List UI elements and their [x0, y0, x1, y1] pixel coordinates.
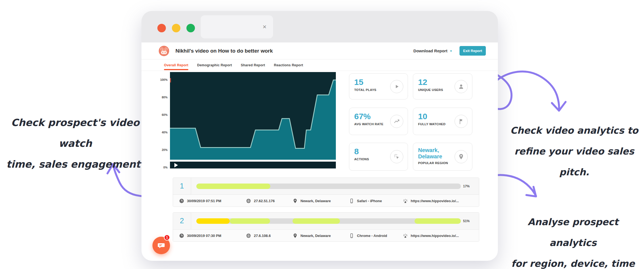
unique-users-value: 12: [418, 78, 454, 87]
actions-value: 8: [354, 147, 390, 156]
viewer-2-details: 30/09/2019 07:30 PM 27.6.108.6 Newark, D…: [173, 230, 479, 242]
viewer-1-watch-bar: [196, 184, 461, 189]
video-report-title: Nikhil's video on How to do better work: [175, 48, 273, 54]
tab-overall-report[interactable]: Overall Report: [164, 63, 188, 67]
viewer-2-watch-percent: 51%: [463, 213, 470, 230]
viewer-2-index: 2: [173, 213, 191, 229]
actions-label: ACTIONS: [354, 157, 390, 161]
viewer-1-ip-text: 27.62.51.176: [254, 199, 275, 203]
tab-demographic-report[interactable]: Demographic Report: [197, 63, 232, 67]
smartphone-icon: [349, 198, 354, 204]
chat-unread-badge: 1: [164, 234, 170, 241]
viewer-2-device: Chrome - Android: [349, 230, 387, 242]
location-pin-icon: [293, 233, 298, 238]
watch-bar-segment: [415, 218, 461, 224]
traffic-lights: [157, 24, 195, 32]
viewer-1-index: 1: [173, 178, 191, 194]
viewer-1-bar-section: 1 17%: [173, 178, 479, 195]
chat-bubble-icon: [157, 241, 165, 250]
globe-icon: [246, 233, 251, 238]
tab-shared-report[interactable]: Shared Report: [241, 63, 265, 67]
minimize-window-button[interactable]: [172, 24, 180, 32]
chart-y-tick: 20%: [162, 148, 168, 151]
annotation-left: Check prospect's video watch time, sales…: [1, 112, 150, 175]
watch-bar-segment: [230, 218, 270, 224]
viewer-2-ip: 27.6.108.6: [246, 230, 271, 242]
exit-report-button[interactable]: Exit Report: [459, 46, 486, 56]
chart-y-tick: 80%: [162, 96, 168, 99]
viewer-2-location-text: Newark, Delaware: [300, 234, 331, 238]
annotation-top-right-line2: refine your video sales pitch.: [505, 141, 643, 182]
report-nav-tabs: Overall Report Demographic Report Shared…: [141, 59, 498, 71]
viewer-row-1[interactable]: 1 17% 30/09/2019 07:51 PM 27.62.51.176 N…: [173, 178, 479, 207]
fully-watched-label: FULLY WATCHED: [418, 122, 454, 126]
stat-card-avg-watch-rate: 67% AVG WATCH RATE: [349, 108, 408, 135]
viewer-1-device: Safari - iPhone: [349, 195, 382, 207]
viewer-1-source: https://www.hippovideo.io/...: [403, 195, 459, 207]
viewer-1-time: 30/09/2019 07:51 PM: [179, 195, 221, 207]
viewer-2-source-url[interactable]: https://www.hippovideo.io/...: [411, 234, 459, 238]
watch-bar-segment: [196, 218, 230, 224]
tab-reactions-report[interactable]: Reactions Report: [274, 63, 303, 67]
video-progress-line: [170, 160, 336, 162]
chart-y-tick: 0%: [163, 166, 168, 169]
total-plays-label: TOTAL PLAYS: [354, 88, 390, 92]
report-header: Nikhil's video on How to do better work …: [141, 42, 498, 59]
viewer-1-location: Newark, Delaware: [293, 195, 331, 207]
annotation-left-line1: Check prospect's video watch: [1, 112, 150, 154]
chevron-down-icon[interactable]: ▾: [450, 49, 452, 53]
flag-icon: [455, 115, 468, 128]
annotation-left-line2: time, sales engagement.: [1, 154, 150, 175]
viewer-1-details: 30/09/2019 07:51 PM 27.62.51.176 Newark,…: [173, 195, 479, 207]
zoom-window-button[interactable]: [186, 24, 195, 32]
close-window-button[interactable]: [157, 24, 166, 32]
chart-y-axis: 100%80%60%40%20%0%: [149, 72, 168, 168]
stat-card-actions: 8 ACTIONS: [349, 143, 408, 171]
browser-tab[interactable]: ×: [201, 15, 273, 38]
popular-region-value: Newark, Delaware: [418, 147, 454, 160]
annotation-bottom-right-line1: Analyse prospect analytics: [503, 211, 643, 253]
stat-card-fully-watched: 10 FULLY WATCHED: [413, 108, 472, 135]
viewer-2-watch-bar: [196, 218, 461, 224]
browser-window: × Nikhil's video on How to do better wor…: [141, 11, 498, 261]
total-plays-value: 15: [354, 78, 390, 87]
chart-y-tick: 100%: [160, 78, 168, 81]
viewer-1-location-text: Newark, Delaware: [300, 199, 331, 203]
annotation-bottom-right-line2: for region, device, time etc.: [503, 253, 643, 269]
clock-icon: [179, 198, 184, 204]
stat-card-popular-region: Newark, Delaware POPULAR REGION: [413, 143, 472, 171]
viewer-row-2[interactable]: 2 51% 30/09/2019 07:30 PM 27.6.108.6 New…: [173, 212, 479, 242]
loop-arrow-top-right: [487, 71, 566, 111]
avg-watch-rate-label: AVG WATCH RATE: [354, 122, 390, 126]
play-icon: [390, 80, 403, 93]
player-control-bar: [170, 162, 336, 168]
stat-card-total-plays: 15 TOTAL PLAYS: [349, 73, 408, 99]
watch-bar-segment: [196, 184, 270, 189]
viewer-1-source-url[interactable]: https://www.hippovideo.io/...: [411, 199, 459, 203]
unique-users-label: UNIQUE USERS: [418, 88, 454, 92]
popular-region-label: POPULAR REGION: [418, 161, 454, 165]
location-pin-icon: [293, 198, 298, 204]
viewer-2-device-text: Chrome - Android: [357, 234, 387, 238]
location-icon: [455, 150, 468, 163]
viewer-2-source: https://www.hippovideo.io/...: [403, 230, 459, 242]
chart-y-tick: 60%: [162, 113, 168, 116]
hippo-logo-icon: [158, 45, 169, 56]
viewer-2-ip-text: 27.6.108.6: [254, 234, 271, 238]
trend-icon: [390, 115, 403, 128]
viewer-2-bar-section: 2 51%: [173, 213, 479, 230]
download-report-label[interactable]: Download Report: [413, 48, 447, 53]
download-report-dropdown[interactable]: Download Report ▾: [413, 48, 452, 53]
fully-watched-value: 10: [418, 112, 454, 121]
source-icon: [403, 233, 408, 238]
chart-y-tick: 40%: [162, 131, 168, 134]
tab-close-icon[interactable]: ×: [263, 24, 266, 30]
click-icon: [390, 150, 403, 163]
viewer-1-watch-percent: 17%: [463, 178, 470, 195]
clock-icon: [179, 233, 184, 238]
video-watch-chart[interactable]: [170, 72, 336, 168]
globe-icon: [246, 198, 251, 204]
annotation-top-right-line1: Check video analytics to: [505, 120, 643, 141]
playhead-marker: [170, 78, 171, 82]
browser-chrome: ×: [141, 11, 498, 42]
